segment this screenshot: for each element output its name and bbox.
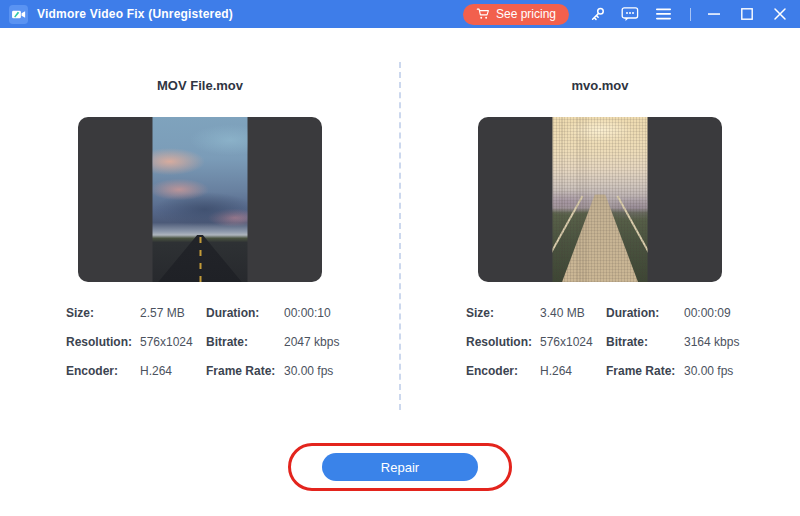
info-value-bitrate: 3164 kbps	[684, 335, 800, 349]
info-value-resolution: 576x1024	[540, 335, 606, 349]
original-video-frame	[153, 117, 248, 282]
feedback-chat-icon[interactable]	[620, 4, 640, 24]
sample-video-preview	[478, 117, 722, 282]
info-label-bitrate: Bitrate:	[206, 335, 284, 349]
info-label-encoder: Encoder:	[66, 364, 140, 378]
info-value-duration: 00:00:09	[684, 306, 800, 320]
close-icon[interactable]	[770, 4, 790, 24]
sample-video-info-grid: Size: 3.40 MB Duration: 00:00:09 Resolut…	[400, 306, 800, 378]
minimize-icon[interactable]	[704, 4, 724, 24]
original-video-info-grid: Size: 2.57 MB Duration: 00:00:10 Resolut…	[0, 306, 400, 378]
info-label-framerate: Frame Rate:	[606, 364, 684, 378]
window-title: Vidmore Video Fix (Unregistered)	[37, 7, 233, 21]
original-video-preview	[78, 117, 322, 282]
info-label-size: Size:	[466, 306, 540, 320]
info-label-resolution: Resolution:	[66, 335, 140, 349]
info-label-bitrate: Bitrate:	[606, 335, 684, 349]
app-window: Vidmore Video Fix (Unregistered) See pri…	[0, 0, 800, 516]
app-logo-icon	[9, 5, 28, 24]
info-value-encoder: H.264	[540, 364, 606, 378]
info-value-duration: 00:00:10	[284, 306, 400, 320]
info-value-size: 3.40 MB	[540, 306, 606, 320]
info-value-resolution: 576x1024	[140, 335, 206, 349]
info-label-resolution: Resolution:	[466, 335, 540, 349]
info-value-encoder: H.264	[140, 364, 206, 378]
titlebar: Vidmore Video Fix (Unregistered) See pri…	[0, 0, 800, 28]
sample-video-frame	[553, 117, 648, 282]
info-label-duration: Duration:	[206, 306, 284, 320]
info-value-framerate: 30.00 fps	[284, 364, 400, 378]
info-label-encoder: Encoder:	[466, 364, 540, 378]
info-label-size: Size:	[66, 306, 140, 320]
titlebar-separator	[690, 8, 691, 21]
info-value-size: 2.57 MB	[140, 306, 206, 320]
see-pricing-button[interactable]: See pricing	[463, 4, 569, 25]
info-label-framerate: Frame Rate:	[206, 364, 284, 378]
annotation-highlight-ring: Repair	[288, 443, 512, 491]
sample-video-panel: mvo.mov Size: 3.40 MB Duration: 00:00:09…	[400, 28, 800, 378]
original-video-filename: MOV File.mov	[0, 78, 400, 93]
original-video-panel: MOV File.mov Size: 2.57 MB Duration: 00:…	[0, 28, 400, 378]
see-pricing-label: See pricing	[496, 7, 556, 21]
repair-button[interactable]: Repair	[322, 453, 478, 481]
info-value-framerate: 30.00 fps	[684, 364, 800, 378]
sample-video-filename: mvo.mov	[400, 78, 800, 93]
maximize-icon[interactable]	[737, 4, 757, 24]
hamburger-menu-icon[interactable]	[653, 4, 673, 24]
info-label-duration: Duration:	[606, 306, 684, 320]
cart-icon	[476, 7, 490, 21]
register-key-icon[interactable]	[587, 4, 607, 24]
info-value-bitrate: 2047 kbps	[284, 335, 400, 349]
